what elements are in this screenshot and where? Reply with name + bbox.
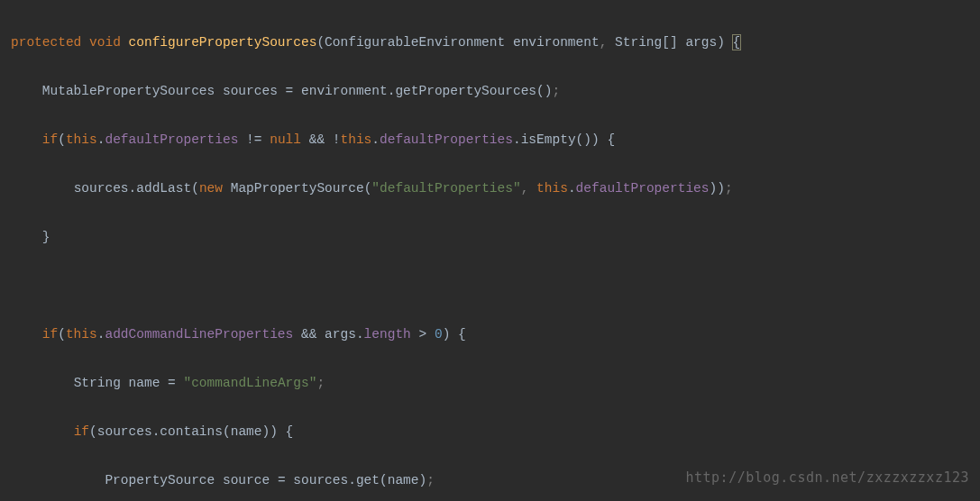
- paren: ): [419, 473, 427, 487]
- paren: (: [58, 327, 66, 342]
- method-call: getPropertySources: [395, 84, 536, 98]
- type: MutablePropertySources: [42, 84, 215, 98]
- keyword-if: if: [74, 424, 89, 439]
- equals: =: [286, 84, 294, 98]
- string-literal: "commandLineArgs": [183, 376, 316, 390]
- equals: =: [168, 376, 176, 390]
- paren: (: [89, 424, 97, 439]
- var: args: [325, 327, 356, 342]
- equals: =: [278, 473, 286, 487]
- semicolon: ;: [316, 376, 325, 390]
- obj: environment: [301, 84, 388, 98]
- method-call: contains: [160, 424, 223, 439]
- op: >: [419, 327, 427, 342]
- param-type: ConfigurableEnvironment: [325, 35, 505, 50]
- method-call: addLast: [136, 181, 191, 196]
- keyword-protected: protected: [11, 35, 81, 50]
- paren: ): [717, 35, 725, 50]
- number: 0: [435, 327, 443, 342]
- code-line: protected void configurePropertySources(…: [11, 31, 980, 55]
- brace: {: [733, 35, 741, 50]
- op: &&: [309, 132, 325, 147]
- dot: .: [129, 181, 137, 196]
- var: name: [231, 424, 262, 439]
- parens: )): [710, 181, 725, 196]
- param-name: environment: [513, 35, 600, 50]
- dot: .: [568, 181, 576, 196]
- code-editor[interactable]: protected void configurePropertySources(…: [11, 6, 980, 501]
- code-line: if(sources.contains(name)) {: [11, 420, 980, 444]
- keyword-this: this: [66, 132, 97, 147]
- keyword-new: new: [199, 181, 223, 196]
- dot: .: [348, 473, 356, 487]
- keyword-this: this: [66, 327, 97, 342]
- paren: (: [223, 424, 231, 439]
- op: &&: [301, 327, 316, 342]
- var: name: [388, 473, 419, 487]
- type: PropertySource: [105, 473, 215, 487]
- var: source: [223, 473, 270, 487]
- keyword-void: void: [89, 35, 121, 50]
- brace: {: [286, 424, 294, 439]
- var: sources: [74, 181, 129, 196]
- code-line: sources.addLast(new MapPropertySource("d…: [11, 177, 980, 201]
- semicolon: ;: [725, 181, 733, 196]
- brace: }: [42, 230, 50, 244]
- watermark: http://blog.csdn.net/zxzzxzzxz123: [685, 466, 969, 490]
- brace: {: [607, 132, 615, 147]
- paren: (: [58, 132, 66, 147]
- method-name: configurePropertySources: [129, 35, 317, 50]
- string-literal: "defaultProperties": [371, 181, 520, 196]
- semicolon: ;: [426, 473, 435, 487]
- code-line: String name = "commandLineArgs";: [11, 371, 980, 396]
- type: String: [74, 376, 121, 390]
- method-call: get: [356, 473, 380, 487]
- semicolon: ;: [552, 84, 560, 98]
- var: sources: [293, 473, 348, 487]
- dot: .: [513, 132, 521, 147]
- keyword-if: if: [42, 132, 58, 147]
- field: defaultProperties: [380, 132, 513, 147]
- op: !=: [246, 132, 261, 147]
- dot: .: [371, 132, 380, 147]
- brace: {: [458, 327, 466, 342]
- keyword-this: this: [536, 181, 568, 196]
- method-call: isEmpty: [521, 132, 576, 147]
- code-line: [11, 274, 980, 298]
- op: !: [333, 132, 341, 147]
- var: name: [129, 376, 160, 390]
- comma: ,: [521, 181, 529, 196]
- code-line: }: [11, 225, 980, 250]
- field: defaultProperties: [576, 181, 710, 196]
- var: sources: [97, 424, 152, 439]
- code-line: if(this.defaultProperties != null && !th…: [11, 128, 980, 152]
- field: length: [364, 327, 411, 342]
- parens: (): [536, 84, 552, 98]
- type: MapPropertySource: [231, 181, 364, 196]
- param-type: String[]: [615, 35, 678, 50]
- keyword-this: this: [341, 132, 372, 147]
- field: addCommandLineProperties: [105, 327, 293, 342]
- dot: .: [356, 327, 364, 342]
- paren: ): [591, 132, 600, 147]
- param-name: args: [685, 35, 717, 50]
- comma: ,: [600, 35, 608, 50]
- paren: (: [380, 473, 388, 487]
- keyword-if: if: [42, 327, 58, 342]
- code-line: MutablePropertySources sources = environ…: [11, 79, 980, 104]
- keyword-null: null: [270, 132, 301, 147]
- paren: ): [443, 327, 451, 342]
- code-line: if(this.addCommandLineProperties && args…: [11, 323, 980, 347]
- paren: (: [191, 181, 199, 196]
- parens: (): [576, 132, 591, 147]
- parens: )): [262, 424, 278, 439]
- field: defaultProperties: [105, 132, 238, 147]
- var: sources: [223, 84, 278, 98]
- paren: (: [316, 35, 325, 50]
